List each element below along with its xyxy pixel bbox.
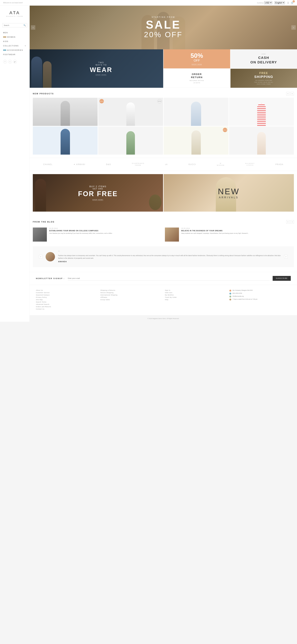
search-input[interactable] (4, 24, 24, 26)
fifty-percent: 50% (190, 52, 203, 59)
sidebar-item-accessories[interactable]: ACCESSORIES (0, 48, 30, 52)
promo-new-arrivals-banner[interactable]: NEW ARRIVALS (164, 174, 294, 212)
grid-icon[interactable]: ☰ (287, 2, 289, 4)
brand-mulberry[interactable]: MULBERRYLONDON (245, 163, 254, 166)
testimonial-author: AMANDA (58, 261, 281, 262)
brand-gianfranco[interactable]: GIANFRANCOFERRE (132, 162, 144, 166)
footer-link-orders[interactable]: Orders and Returns (36, 306, 97, 308)
new-products-next-button[interactable]: > (290, 92, 294, 96)
blog-title-2[interactable]: BELIEVE IN THE BUSINESS OF YOUR DREAMS (181, 230, 249, 232)
product-card-3[interactable] (164, 98, 228, 126)
product-badge-sale-2: SALE (223, 128, 227, 132)
logo-subtitle: MAGENTO THEME (2, 16, 28, 17)
footer-link-signin[interactable]: Sign In (165, 290, 226, 291)
new-products-prev-button[interactable]: < (286, 92, 290, 96)
footer-col-3: Sign In View Cart My Wishlist Track My O… (165, 290, 226, 310)
fifty-off-cta[interactable]: SHOP NOW (192, 64, 202, 65)
sidebar-item-women[interactable]: WOMEN (0, 35, 30, 39)
newsletter-input[interactable] (68, 276, 270, 280)
testimonial-next-button[interactable]: > (284, 255, 288, 258)
footer-link-affiliates[interactable]: Affiliates (100, 296, 162, 298)
product-card-6[interactable] (98, 126, 163, 154)
footer-link-privacy[interactable]: Privacy Policy (36, 296, 97, 298)
sidebar-item-accessories-label: ACCESSORIES (7, 49, 23, 51)
blog-title-1[interactable]: ESTABLISHING YOUR BRAND ON COLLEGE CAMPU… (49, 230, 112, 232)
buy2-cta[interactable]: SHOP NOW! (92, 199, 103, 201)
product-image-4 (229, 98, 294, 126)
footer-col-4: My Company Glasgow G64 9SX 800-2353-8785… (230, 290, 291, 310)
product-card-2[interactable]: NEW SALE (98, 98, 163, 126)
promo-50off[interactable]: 50% OFF SHOP NOW (164, 49, 230, 68)
new-text: NEW (218, 187, 240, 196)
sidebar-item-collections[interactable]: COLLECTIONS ▼ (0, 44, 30, 48)
brand-missom[interactable]: MMISSOM (217, 162, 224, 166)
two-ways-cta[interactable]: SHOP NOW! (96, 74, 106, 76)
logo: ATA MAGENTO THEME (0, 9, 30, 18)
promo-free-shipping[interactable]: FREE SHIPPING ON ORDERS OVER $99THE OFFE… (230, 69, 297, 88)
footer-col-1: About Us Customer Service Seasonal Kampu… (36, 290, 97, 310)
blog-nav: < > (286, 220, 294, 224)
brand-ck[interactable]: ck (165, 163, 168, 166)
footer-links: About Us Customer Service Seasonal Kampu… (30, 285, 297, 315)
footer-link-intl-shipping[interactable]: International Shipping (100, 294, 162, 296)
language-select-wrapper[interactable]: English (274, 1, 285, 4)
product-image-1 (33, 98, 98, 126)
product-card-1[interactable] (33, 98, 98, 126)
footer-link-seasonal[interactable]: Seasonal Kampus (36, 294, 97, 296)
currency-label: Currency: USD EUR (257, 1, 272, 4)
product-card-4[interactable] (229, 98, 294, 126)
brand-dg[interactable]: D&G (106, 163, 111, 166)
footer-link-about[interactable]: About Us (36, 290, 97, 291)
footer-link-search[interactable]: Search Terms (36, 301, 97, 303)
sidebar-item-kids[interactable]: KIDS (0, 39, 30, 44)
newsletter-subscribe-button[interactable]: SUBSCRIBE (273, 276, 291, 281)
blog-post-1[interactable]: 20.05.2016 ESTABLISHING YOUR BRAND ON CO… (33, 228, 162, 242)
search-box[interactable]: 🔍 (2, 23, 27, 27)
googleplus-icon[interactable]: g+ (13, 60, 17, 64)
sidebar-item-men[interactable]: MEN (0, 30, 30, 35)
footer-link-contact[interactable]: Contact Us (36, 308, 97, 310)
footer-link-cart[interactable]: View Cart (165, 292, 226, 294)
newsletter-section: NEWSLETTER SIGNUP : SUBSCRIBE (30, 272, 297, 285)
promo-two-ways[interactable]: TWO WAYS TO WEAR SHOP NOW! (30, 49, 163, 88)
facebook-icon[interactable]: f (3, 60, 7, 64)
brand-chanel[interactable]: CHANEL (43, 163, 53, 166)
footer-link-group[interactable]: Group Sales (100, 299, 162, 300)
slider-next-button[interactable]: › (292, 25, 296, 30)
footer-link-shipping[interactable]: Shipping & Returns (100, 290, 162, 291)
testimonial-section: < “ Fashion has always been so temporary… (33, 246, 294, 267)
new-products-nav: < > (286, 92, 294, 96)
footer-link-advanced[interactable]: Advanced Search (36, 304, 97, 305)
language-select[interactable]: English (274, 1, 285, 4)
buy2-line3: FOR FREE (78, 190, 118, 198)
blog-post-2[interactable]: 20.05.2016 BELIEVE IN THE BUSINESS OF YO… (165, 228, 294, 242)
brand-prada[interactable]: PRADA (276, 163, 284, 166)
testimonial-prev-button[interactable]: < (39, 255, 42, 258)
clock-icon (230, 298, 231, 300)
footer-link-secure[interactable]: Secure Shopping (100, 292, 162, 294)
blog-next-button[interactable]: > (290, 220, 294, 224)
brand-gucci[interactable]: GUCCI (188, 163, 196, 166)
twitter-icon[interactable]: t (8, 60, 12, 64)
product-card-7[interactable]: SALE (164, 126, 228, 154)
product-card-5[interactable] (33, 126, 98, 154)
cart-icon[interactable]: 🛒 0 (291, 1, 294, 4)
search-icon[interactable]: 🔍 (24, 24, 26, 26)
buy2-line1: BUY 2 ITEMS (78, 185, 118, 188)
sidebar-item-footwear[interactable]: FOOTWEAR (0, 52, 30, 57)
footer-link-customer[interactable]: Customer Service (36, 292, 97, 294)
footer-link-wishlist[interactable]: My Wishlist (165, 294, 226, 296)
brand-armani[interactable]: ✦ ARMANI (74, 163, 85, 166)
footer-link-track[interactable]: Track My Order (165, 296, 226, 298)
product-card-8[interactable] (229, 126, 294, 154)
footer-link-sitemap[interactable]: Site Map (36, 299, 97, 300)
chevron-down-icon: ▼ (24, 45, 26, 47)
currency-select[interactable]: USD EUR (264, 1, 272, 4)
blog-prev-button[interactable]: < (286, 220, 290, 224)
welcome-text: Welcome to our brand store! (3, 2, 23, 4)
nav-menu: MEN WOMEN KIDS COLLECTIONS ▼ ACCESSORIES… (0, 30, 30, 57)
promo-buy2-banner[interactable]: BUY 2 ITEMS GET ONE FOR FREE SHOP NOW! (33, 174, 163, 212)
arrivals-text: ARRIVALS (218, 196, 240, 199)
footer-link-help[interactable]: Help (165, 299, 226, 300)
slider-prev-button[interactable]: ‹ (31, 25, 35, 30)
